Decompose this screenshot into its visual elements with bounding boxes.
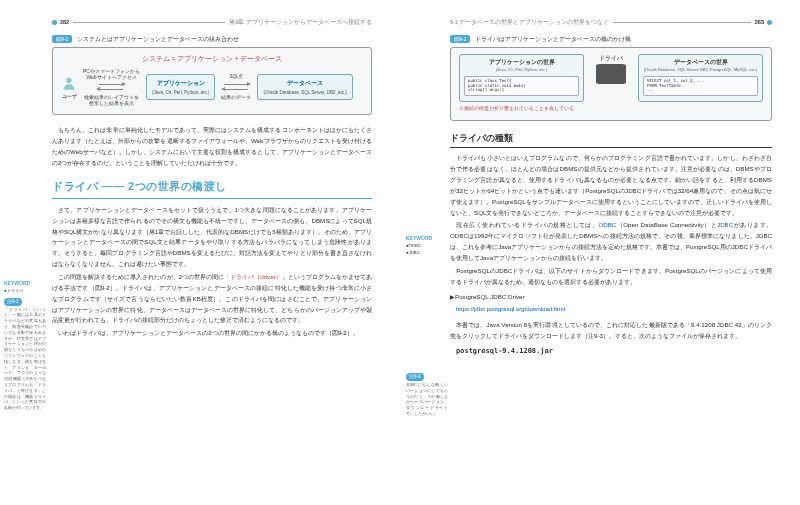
fig1-system: システム = アプリケーション + データベース	[61, 54, 363, 64]
arrow-icon	[224, 84, 248, 85]
fig2-caption: 図9-2 ドライバはアプリケーションとデータベースの橋のかけ橋	[450, 35, 772, 44]
driver-icon	[596, 64, 626, 84]
page-num-right: 283	[755, 18, 764, 27]
keyword-heading: KEYWORD	[406, 235, 448, 242]
sidebar-left: KEYWORD ●ドライバ 注9-2 「ドライバ」というと、一般には工具のドライ…	[4, 280, 46, 411]
para1: もちろん、これは非常に単純化したモデルであって、実際にはシステムを構成するコンポ…	[52, 125, 372, 168]
sql-label: SQL文	[229, 73, 243, 80]
arrow-icon	[99, 84, 123, 85]
pc-label: PCやスマートフォンから Webサイトへアクセス	[83, 68, 140, 80]
note-body: 「ドライバ」というと、一般には工具のドライバなどの意味もあり、同音異義語でいろい…	[4, 307, 46, 411]
odbc-link[interactable]: ODBC	[598, 221, 616, 228]
download-heading: ▶PostgreSQL JDBC Driver	[450, 292, 772, 302]
fig1-caption: 図9-1 システムとはアプリケーションとデータベースの組み合わせ	[52, 35, 372, 44]
svg-point-0	[66, 78, 71, 83]
db-box: データベース (Oracle Database, SQL Server, DB2…	[257, 74, 352, 100]
fig1-diagram: システム = アプリケーション + データベース ユーザ PCやスマートフォンか…	[52, 47, 372, 115]
sidebar-right-note: 注9-3 JDBCにどんな新しいバージョンにしてもらうのだと、その新しさがベース…	[406, 370, 448, 417]
layout-label: 検索結果のレイアウトを 整形した結果を表示	[84, 94, 139, 106]
para4: いわばドライバは、アプリケーションとデータベースの2つの世界の間にかかる橋のよう…	[52, 328, 372, 339]
keyword-item: ●ODBC	[406, 243, 448, 249]
keyword-item: ●JDBC	[406, 250, 448, 256]
right-para3: PostgreSQLのJDBCドライバは、以下のサイトからダウンロードできます。…	[450, 266, 772, 288]
fig2-title: ドライバはアプリケーションとデータベースの橋のかけ橋	[475, 36, 631, 42]
note-body: JDBCにどんな新しいバージョンにしてもらうのだと、その新しさがベースバージョン…	[406, 382, 448, 417]
right-para4: 本書では、Java Version 8を実行環境としているので、これに対応した最…	[450, 320, 772, 342]
keyword-heading: KEYWORD	[4, 280, 46, 287]
driver-col: ドライバ	[590, 54, 632, 85]
subheading: ドライバの種類	[450, 131, 772, 148]
page-header-left: 282 第9章 アプリケーションからデータベースへ接続する	[52, 18, 372, 27]
note-heading: 注9-3	[406, 373, 424, 381]
keyword-driver: ドライバ（driver）	[230, 273, 282, 280]
download-url[interactable]: https://jdbc.postgresql.org/download.htm…	[456, 305, 772, 315]
jar-filename: postgresql-9.4.1208.jar	[456, 346, 772, 357]
user-icon	[61, 75, 77, 91]
fig2-label: 図9-2	[450, 35, 470, 43]
right-para1: ドライバも小さいとはいえプログラムなので、何らかのプログラミング言語で書かれてい…	[450, 153, 772, 218]
note-heading: 注9-2	[4, 298, 22, 306]
result-label: 結果のデータ	[221, 94, 251, 101]
page-num-left: 282	[60, 18, 69, 27]
section-heading: ドライバ —— 2つの世界の橋渡し	[52, 178, 372, 199]
sidebar-right-kw: KEYWORD ●ODBC ●JDBC	[406, 235, 448, 256]
app-box: アプリケーション (Java, C#, Perl, Python, etc.)	[146, 74, 216, 100]
keyword-item: ●ドライバ	[4, 288, 46, 294]
right-para2: 現在広く使われているドライバの規格としては、ODBC（Open DataBase…	[450, 220, 772, 263]
chapter-right: 9-1 データベースの世界とアプリケーションの世界をつなぐ	[450, 18, 609, 27]
app-world-box: アプリケーションの世界 (Java, C#, Perl, Python, etc…	[459, 54, 584, 102]
fig2-footnote: ※接続の構造が折り畳まれていることを表している	[459, 105, 763, 112]
arrow-back-icon	[224, 89, 248, 90]
db-world-box: データベースの世界 (Oracle Database, SQL Server, …	[638, 54, 763, 102]
fig1-label: 図9-1	[52, 35, 72, 43]
chapter-left: 第9章 アプリケーションからデータベースへ接続する	[229, 18, 372, 27]
fig2-diagram: アプリケーションの世界 (Java, C#, Perl, Python, etc…	[450, 47, 772, 121]
fig1-title: システムとはアプリケーションとデータベースの組み合わせ	[77, 36, 239, 42]
para3: この問題を解決するために導入されたのが、2つの世界の間に「ドライバ（driver…	[52, 272, 372, 326]
user-label: ユーザ	[62, 93, 77, 99]
code-sample: public class Test{ public static void ma…	[464, 76, 579, 96]
arrow-back-icon	[99, 89, 123, 90]
page-header-right: 9-1 データベースの世界とアプリケーションの世界をつなぐ 283	[450, 18, 772, 27]
para2: さて、アプリケーションとデータベースをセットで扱ううえで、1つ大きな問題になるこ…	[52, 205, 372, 270]
jdbc-link[interactable]: JDBC	[717, 221, 733, 228]
sql-sample: SELECT col_1, col_2, ... FROM TestTable …	[643, 76, 758, 96]
